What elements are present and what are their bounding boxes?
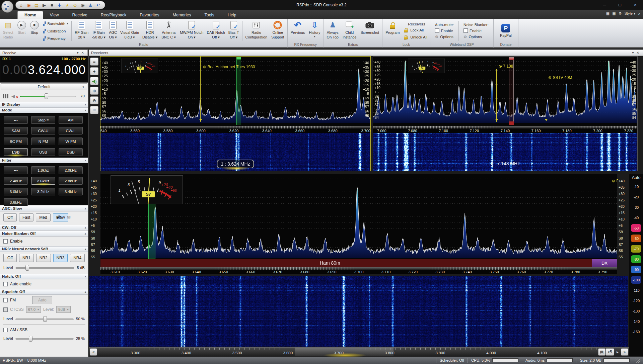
style-selector[interactable]: Style ▾ xyxy=(625,11,636,16)
paypal-button[interactable]: P PayPal xyxy=(498,22,513,39)
ribbon-dropdown-button[interactable]: HDRDisable ▾ xyxy=(141,19,159,42)
panel-collapse-icon[interactable]: ▾ xyxy=(76,51,80,55)
nr-button[interactable]: Off xyxy=(3,254,17,262)
mode-button[interactable]: ••• xyxy=(4,116,28,124)
mode-button[interactable]: BC-FM xyxy=(4,138,28,145)
filter-button[interactable]: 3.4kHz xyxy=(59,188,83,195)
mode-button[interactable]: N-FM xyxy=(31,138,55,145)
child-instance-button[interactable]: + ChildInstance xyxy=(341,19,358,42)
section-squelch[interactable]: Squelch: Off▴ xyxy=(0,289,88,295)
section-if-display[interactable]: IF Display▴ xyxy=(0,102,88,107)
ctcss-tone-select[interactable]: 67.0▾ xyxy=(26,306,41,313)
section-agc[interactable]: AGC: Slow▴ xyxy=(0,206,88,211)
close-button[interactable]: × xyxy=(628,0,643,9)
tuning-bar[interactable] xyxy=(148,195,155,259)
unlock-all-button[interactable]: Unlock All xyxy=(402,34,429,40)
online-support-button[interactable]: OnlineSupport xyxy=(270,19,286,42)
annotation-label[interactable]: ⊗ BoatAnchor net Tues 1930 xyxy=(203,65,255,69)
wideband-axis-bar[interactable]: 3.3003.4003.5003.6003.7003.8003.9004.000… xyxy=(89,347,629,356)
filter-button[interactable]: 3.2kHz xyxy=(31,188,55,195)
add-receiver-icon[interactable]: + xyxy=(90,67,98,75)
always-on-top-button[interactable]: ♟ AlwaysOn Top xyxy=(325,19,340,42)
mode-button[interactable]: LSB xyxy=(4,148,28,156)
section-nr3[interactable]: NR3: Neural network 5dB▴ xyxy=(0,246,88,252)
ribbon-dropdown-button[interactable]: Visual Gain0 dB ▾ xyxy=(119,19,141,42)
ribbon-notch-button[interactable]: MW/FM NotchOn ▾ xyxy=(178,19,205,42)
db-color-scale[interactable]: Auto -10-20-30-40-50-60-70-80-90-100-110… xyxy=(629,174,643,356)
mode-button[interactable]: CW-U xyxy=(31,127,55,134)
ribbon-stack-button[interactable]: ▞ Calibration xyxy=(41,27,70,35)
monitor-icon[interactable]: ▦ xyxy=(606,11,610,16)
ribbon-tab[interactable]: Tools xyxy=(198,11,221,19)
automute-enable[interactable]: Enable xyxy=(434,28,455,33)
zoom-in-icon[interactable]: ⊕ xyxy=(90,87,98,95)
step-right-button[interactable]: ▸ xyxy=(615,348,620,356)
agc-chart-icon[interactable]: ✉ xyxy=(67,215,71,220)
nr-level-slider[interactable] xyxy=(15,265,75,271)
collapse-ribbon-icon[interactable]: ˄ xyxy=(638,12,640,16)
agc-undo-icon[interactable]: ↶ xyxy=(56,214,61,221)
panel-collapse-icon[interactable]: ▾ xyxy=(631,51,635,55)
more-icon[interactable]: ••• xyxy=(90,106,98,114)
automute-options-button[interactable]: ⚙Options xyxy=(434,34,455,39)
zoom-factor-button[interactable]: x5 xyxy=(605,348,614,356)
filter-button[interactable]: 2.4kHz xyxy=(4,177,28,185)
select-radio-button[interactable]: ▤ SelectRadio xyxy=(1,19,15,42)
nr-button[interactable]: NR4 xyxy=(70,254,85,262)
ctcss-checkbox[interactable] xyxy=(3,307,8,312)
noise-blanker-options-button[interactable]: ⚙Options xyxy=(462,34,490,39)
panel-close-icon[interactable]: ✕ xyxy=(635,51,641,55)
ribbon-tab[interactable]: Receive xyxy=(66,11,94,19)
amssb-checkbox[interactable] xyxy=(3,328,8,332)
nr-button[interactable]: NR1 xyxy=(19,254,34,262)
wideband-waterfall[interactable] xyxy=(89,276,628,347)
amssb-level-slider[interactable] xyxy=(15,336,74,342)
maximize-button[interactable]: □ xyxy=(612,0,628,9)
agc-button[interactable]: Med xyxy=(36,213,50,221)
panel-close-icon[interactable]: ✕ xyxy=(80,51,85,55)
scroll-right-button[interactable]: » xyxy=(621,348,628,356)
checkbox[interactable] xyxy=(435,28,439,33)
ribbon-dropdown-button[interactable]: IF Gain-50 dB ▾ xyxy=(90,19,107,42)
section-cw[interactable]: CW: Off▴ xyxy=(0,225,88,231)
volume-slider[interactable] xyxy=(20,93,76,99)
mute-speaker-icon[interactable]: ◀ xyxy=(11,94,17,98)
dx-badge[interactable]: DX xyxy=(592,259,617,267)
frequency-display[interactable]: RX 1 100 - 2700 Hz 0.003.624.000 xyxy=(0,56,88,83)
section-noise-blanker[interactable]: Noise Blanker: Off▴ xyxy=(0,231,88,237)
nb-enable-checkbox[interactable] xyxy=(3,239,8,244)
squelch-fm-checkbox[interactable] xyxy=(3,298,8,302)
previous-button[interactable]: ↶ Previous xyxy=(289,19,307,42)
keyboard-button[interactable]: ▤ xyxy=(598,348,605,356)
gear-icon[interactable]: ⚙ xyxy=(619,11,622,16)
section-filter[interactable]: Filter▴ xyxy=(0,158,88,163)
ribbon-tab[interactable]: Help xyxy=(221,11,243,19)
radio-configuration-button[interactable]: RadioConfiguration xyxy=(244,19,269,42)
history-button[interactable]: ⇩ History▾ xyxy=(307,19,322,42)
filter-button[interactable]: 2.8kHz xyxy=(59,177,83,185)
agc-button[interactable]: Off xyxy=(3,213,17,221)
minimize-button[interactable]: ─ xyxy=(597,0,612,9)
filter-button[interactable]: 3.0kHz xyxy=(4,188,28,195)
equalizer-icon[interactable] xyxy=(3,94,9,98)
nr-button[interactable]: NR3 xyxy=(53,254,68,262)
mode-button[interactable]: USB xyxy=(31,148,55,156)
antenna-button[interactable]: AntennaBNC C ▾ xyxy=(160,19,177,42)
speaker-icon[interactable]: ◀) xyxy=(90,77,98,85)
screenshot-button[interactable]: Screenshot xyxy=(359,19,381,42)
checkbox[interactable] xyxy=(463,28,468,33)
squelch-level-slider[interactable] xyxy=(15,316,74,322)
start-button[interactable]: ▶ Start xyxy=(16,19,28,42)
filter-button[interactable]: 2.6kHz xyxy=(31,177,55,185)
ribbon-tab[interactable]: Home xyxy=(17,11,43,19)
ribbon-stack-button[interactable]: ▞ Frequency xyxy=(41,35,70,42)
menu-icon[interactable]: ≡ xyxy=(90,58,98,66)
squelch-auto-button[interactable]: Auto xyxy=(32,296,52,304)
annotation-label[interactable]: ⊗ SSTV 40M xyxy=(548,75,572,80)
mode-button[interactable]: Step ≡ xyxy=(31,116,55,124)
mode-button[interactable]: W-FM xyxy=(59,138,83,145)
section-mode[interactable]: Mode▴ xyxy=(0,107,88,113)
agc-button[interactable]: Fast xyxy=(19,213,33,221)
zoom-out-icon[interactable]: ⊖ xyxy=(90,96,98,104)
stop-button[interactable]: ■ Stop xyxy=(28,19,41,42)
